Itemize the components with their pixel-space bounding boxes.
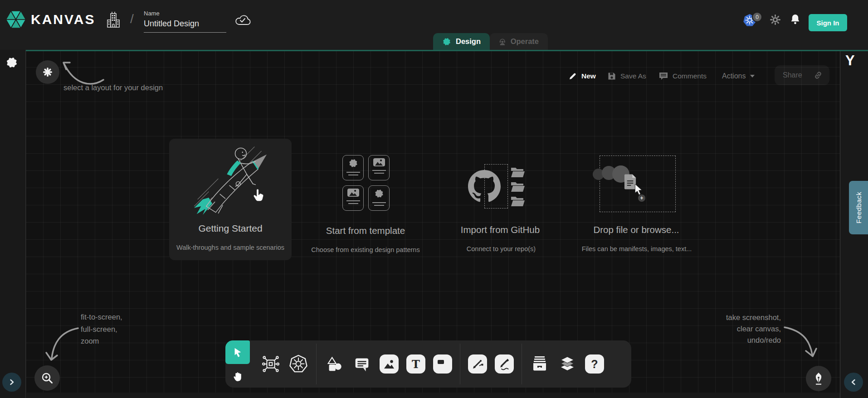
hint-line: fit-to-screen, (81, 311, 122, 323)
design-spiral-icon (442, 37, 451, 47)
layout-hint-text: select a layout for your design (63, 83, 163, 92)
getting-started-subtitle: Walk-throughs and sample scenarios (165, 244, 296, 251)
design-name-group: Name Untitled Design (144, 10, 226, 33)
github-title[interactable]: Import from GitHub (432, 224, 568, 235)
chevron-down-icon (750, 74, 755, 78)
start-from-template-card[interactable] (342, 155, 390, 211)
expand-left-panel-button[interactable] (2, 373, 21, 392)
save-as-button[interactable]: Save As (607, 68, 646, 84)
hint-line: take screenshot, (707, 312, 781, 323)
design-tools-toolbar: T (225, 340, 631, 388)
save-icon (607, 72, 616, 81)
template-title[interactable]: Start from template (297, 225, 434, 236)
chevron-right-icon (8, 379, 15, 386)
cursor-icon (232, 347, 243, 358)
mini-text-line (346, 200, 360, 201)
cluster-connections-button[interactable]: 0 (743, 12, 765, 28)
hint-arrow-top-left (57, 53, 106, 85)
folder-icon (511, 196, 525, 207)
share-button[interactable]: Share (775, 65, 829, 85)
image-tool-button[interactable] (380, 354, 399, 374)
y-logo-icon[interactable]: Y (845, 53, 855, 69)
mini-text-line (346, 172, 360, 173)
text-tool-icon: T (412, 358, 420, 371)
organization-icon[interactable] (106, 11, 121, 29)
kanvas-logo[interactable]: KANVAS (5, 9, 95, 30)
template-mini-card (342, 185, 364, 211)
actions-menu-button[interactable]: Actions (722, 68, 755, 84)
hint-line: clear canvas, (707, 323, 781, 335)
layers-tool-button[interactable] (557, 354, 577, 374)
spiral-icon (374, 189, 384, 199)
tab-operate[interactable]: Operate (490, 33, 548, 50)
text-tool-button[interactable]: T (406, 354, 425, 374)
hint-line: full-screen, (81, 323, 122, 335)
new-label: New (581, 72, 596, 80)
kubernetes-wheel-icon (288, 354, 308, 374)
component-tool-button[interactable] (261, 354, 281, 374)
canvas-actions-button[interactable] (806, 366, 831, 391)
brand-name: KANVAS (31, 12, 95, 27)
cloud-saved-icon (234, 14, 251, 26)
left-rail (0, 50, 26, 398)
chevron-left-icon (850, 379, 857, 386)
operate-tab-label: Operate (511, 37, 539, 46)
zoom-controls-button[interactable] (34, 365, 60, 391)
drawer-tool-button[interactable] (530, 354, 550, 374)
plus-icon: + (638, 194, 645, 202)
getting-started-card[interactable] (169, 139, 292, 260)
import-github-card[interactable] (468, 170, 501, 203)
shapes-tool-button[interactable] (324, 354, 344, 374)
pen-nib-icon (812, 372, 825, 385)
notifications-bell-icon[interactable] (790, 14, 800, 25)
asterisk-icon (42, 66, 54, 78)
sign-in-button[interactable]: Sign In (809, 14, 847, 31)
pencil-scribble-icon (497, 357, 511, 371)
note-icon (436, 357, 449, 371)
kanvas-app: select a layout for your design New Save… (0, 0, 868, 398)
feedback-tab[interactable]: Feedback (849, 181, 868, 234)
folder-icon (511, 181, 525, 192)
mini-text-line (348, 175, 358, 175)
comments-icon (658, 72, 668, 81)
hint-arrow-bottom-left (40, 324, 82, 365)
hand-cursor-icon (252, 189, 264, 203)
comments-button[interactable]: Comments (658, 68, 707, 84)
tab-design[interactable]: Design (433, 33, 490, 50)
help-tool-button[interactable]: ? (585, 354, 604, 374)
hint-line: undo/redo (707, 335, 781, 346)
drop-subtitle: Files can be manifests, images, text... (564, 245, 709, 252)
layers-icon (557, 354, 577, 374)
comment-tool-button[interactable] (352, 354, 372, 374)
drop-title[interactable]: Drop file or browse... (568, 224, 704, 235)
kubernetes-tool-button[interactable] (288, 354, 308, 374)
pencil-icon (568, 72, 577, 81)
folder-icon (511, 167, 525, 178)
question-mark-icon: ? (591, 358, 598, 371)
bottom-rail (26, 393, 840, 398)
feedback-label: Feedback (855, 192, 863, 223)
pen-path-icon (471, 357, 484, 371)
toolbar-divider (460, 344, 460, 384)
settings-gear-icon[interactable] (770, 14, 781, 25)
pen-tool-button[interactable] (468, 354, 487, 374)
note-tool-button[interactable] (433, 354, 452, 374)
template-mini-card (368, 185, 390, 211)
select-tool-button[interactable] (225, 340, 250, 364)
image-thumb-icon (373, 158, 385, 166)
design-name-input[interactable]: Untitled Design (144, 19, 226, 33)
expand-right-panel-button[interactable] (844, 373, 863, 392)
zoom-hint-text: fit-to-screen, full-screen, zoom (81, 311, 122, 347)
meshery-spiral-icon[interactable] (5, 56, 18, 69)
pan-tool-button[interactable] (225, 364, 250, 388)
new-design-button[interactable]: New (568, 68, 596, 84)
select-layout-button[interactable] (36, 60, 59, 84)
breadcrumb-separator: / (130, 12, 134, 26)
toolbar-divider (316, 344, 317, 384)
freehand-draw-button[interactable] (495, 354, 514, 374)
mini-text-line (348, 203, 358, 204)
share-label: Share (783, 71, 802, 79)
kanvas-hexagon-icon (5, 9, 26, 30)
comment-bubble-icon (352, 354, 371, 374)
image-icon (383, 358, 395, 370)
